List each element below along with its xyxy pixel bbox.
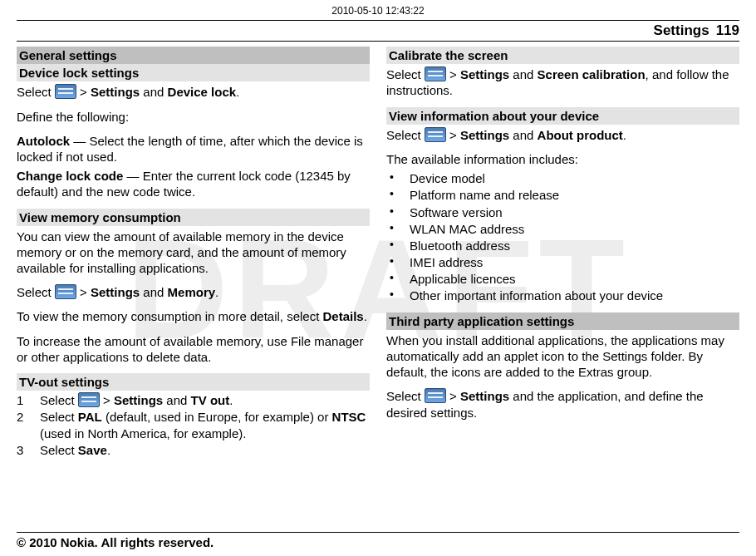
about-list: Device model Platform name and release S… (386, 170, 739, 304)
change-code-label: Change lock code (17, 169, 123, 183)
about-product-link: About product (538, 128, 623, 142)
select-word: Select (17, 285, 52, 299)
select-word: Select (386, 128, 421, 142)
memory-intro: You can view the amount of available mem… (17, 229, 370, 277)
ntsc-link: NTSC (332, 410, 366, 424)
about-heading: View information about your device (386, 107, 739, 125)
about-nav: Select > Settings and About product. (386, 127, 739, 143)
settings-link: Settings (460, 67, 509, 81)
footer-rule (17, 532, 739, 533)
about-item: Other important information about your d… (386, 288, 739, 303)
step2-pre: Select (40, 410, 78, 424)
autolock-item: Autolock — Select the length of time, af… (17, 133, 370, 165)
about-item: WLAN MAC address (386, 221, 739, 237)
period: . (623, 128, 626, 142)
about-list-intro: The available information includes: (386, 151, 739, 167)
calibrate-heading: Calibrate the screen (386, 47, 739, 64)
autolock-label: Autolock (17, 134, 70, 148)
period: . (229, 393, 233, 407)
header-rule (17, 41, 739, 42)
step-number: 3 (17, 442, 28, 458)
settings-link: Settings (114, 393, 163, 407)
about-item: Platform name and release (386, 187, 739, 203)
gt-sep: > (449, 389, 457, 403)
gt-sep: > (80, 85, 87, 99)
gt-sep: > (449, 67, 457, 81)
select-word: Select (386, 67, 421, 81)
tvout-steps: 1 Select > Settings and TV out. 2 Select… (17, 392, 370, 458)
third-party-nav: Select > Settings and the application, a… (386, 388, 739, 420)
third-party-heading: Third party application settings (386, 312, 739, 330)
menu-icon (55, 84, 76, 99)
details-pre: To view the memory consumption in more d… (17, 309, 323, 323)
tvout-step-1: 1 Select > Settings and TV out. (17, 392, 370, 408)
device-lock-nav: Select > Settings and Device lock. (17, 84, 370, 100)
third-party-intro: When you install additional applications… (386, 332, 739, 381)
header-section-title: Settings (654, 22, 709, 39)
and-word: and (513, 67, 533, 81)
screen-calibration-link: Screen calibration (538, 67, 646, 81)
menu-icon (55, 284, 76, 299)
left-column: General settings Device lock settings Se… (17, 47, 370, 463)
change-code-item: Change lock code — Enter the current loc… (17, 168, 370, 199)
device-lock-link: Device lock (168, 85, 237, 99)
settings-link: Settings (460, 128, 509, 142)
step3-post: . (107, 443, 110, 457)
define-intro: Define the following: (17, 109, 370, 125)
copyright: © 2010 Nokia. All rights reserved. (17, 535, 739, 549)
step2-mid: (default, used in Europe, for example) o… (102, 410, 332, 424)
pal-link: PAL (78, 410, 102, 424)
menu-icon (78, 392, 100, 407)
memory-increase: To increase the amount of available memo… (17, 333, 370, 365)
gt-sep: > (80, 285, 87, 299)
gt-sep: > (103, 393, 110, 407)
header-page-number: 119 (716, 22, 739, 39)
tvout-link: TV out (191, 393, 230, 407)
general-settings-heading: General settings (17, 47, 370, 64)
and-word: and (143, 285, 164, 299)
settings-link: Settings (91, 85, 140, 99)
memory-details: To view the memory consumption in more d… (17, 308, 370, 324)
top-rule (17, 20, 739, 21)
about-item: Software version (386, 204, 739, 220)
tvout-heading: TV-out settings (17, 373, 370, 391)
content-columns: General settings Device lock settings Se… (17, 47, 739, 463)
tvout-step-2: 2 Select PAL (default, used in Europe, f… (17, 409, 370, 440)
and-word: and (513, 128, 533, 142)
menu-icon (425, 66, 446, 81)
right-column: Calibrate the screen Select > Settings a… (386, 47, 739, 463)
select-word: Select (386, 389, 421, 403)
device-lock-heading: Device lock settings (17, 64, 370, 81)
details-post: . (364, 309, 367, 323)
and-word: and (143, 85, 164, 99)
details-link: Details (323, 309, 364, 323)
memory-link: Memory (168, 285, 216, 299)
about-item: Bluetooth address (386, 238, 739, 253)
tvout-step-3: 3 Select Save. (17, 442, 370, 458)
save-link: Save (78, 443, 107, 457)
step-number: 1 (17, 392, 28, 408)
about-item: Applicable licences (386, 271, 739, 287)
select-word: Select (17, 85, 52, 99)
footer: © 2010 Nokia. All rights reserved. (17, 532, 739, 549)
period: . (236, 85, 239, 99)
and-word: and (166, 393, 187, 407)
build-timestamp: 2010-05-10 12:43:22 (17, 5, 739, 17)
about-item: Device model (386, 170, 739, 186)
about-item: IMEI address (386, 254, 739, 270)
memory-heading: View memory consumption (17, 209, 370, 226)
select-word: Select (40, 393, 75, 407)
settings-link: Settings (460, 389, 509, 403)
step-number: 2 (17, 409, 28, 440)
period: . (215, 285, 218, 299)
memory-nav: Select > Settings and Memory. (17, 284, 370, 300)
settings-link: Settings (91, 285, 140, 299)
menu-icon (425, 127, 446, 142)
calibrate-nav: Select > Settings and Screen calibration… (386, 66, 739, 98)
menu-icon (425, 388, 446, 403)
step3-pre: Select (40, 443, 78, 457)
step2-post: (used in North America, for example). (40, 426, 246, 440)
gt-sep: > (449, 128, 457, 142)
